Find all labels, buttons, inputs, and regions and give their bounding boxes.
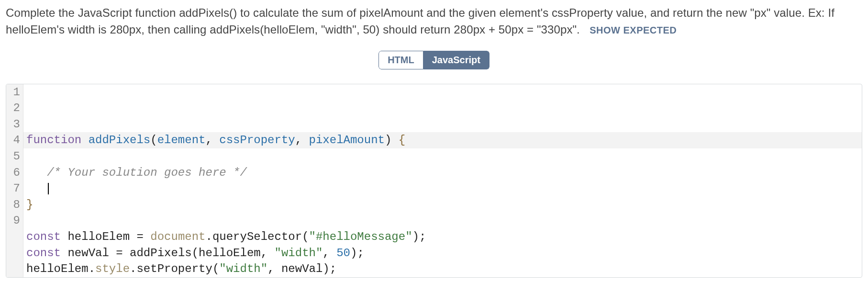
- line-number: 3: [6, 116, 20, 133]
- tab-html[interactable]: HTML: [378, 51, 423, 69]
- line-number: 7: [6, 181, 20, 197]
- text-cursor: [48, 183, 49, 194]
- code-editor[interactable]: 123456789 function addPixels(element, cs…: [6, 84, 862, 278]
- line-number: 5: [6, 148, 20, 165]
- line-number-gutter: 123456789: [6, 84, 23, 277]
- tab-group: HTML JavaScript: [378, 51, 490, 69]
- code-line[interactable]: [26, 181, 862, 197]
- tab-javascript[interactable]: JavaScript: [423, 51, 490, 69]
- line-number: 9: [6, 213, 20, 229]
- line-number: 6: [6, 165, 20, 181]
- line-number: 8: [6, 197, 20, 213]
- line-number: 2: [6, 100, 20, 116]
- code-area[interactable]: function addPixels(element, cssProperty,…: [23, 84, 862, 277]
- line-number: 1: [6, 84, 20, 101]
- code-line[interactable]: function addPixels(element, cssProperty,…: [26, 132, 862, 148]
- line-number: 4: [6, 132, 20, 148]
- code-line[interactable]: [26, 213, 862, 229]
- code-line[interactable]: helloElem.style.setProperty("width", new…: [26, 261, 862, 277]
- question-prompt: Complete the JavaScript function addPixe…: [6, 5, 862, 38]
- code-line[interactable]: const newVal = addPixels(helloElem, "wid…: [26, 245, 862, 261]
- code-line[interactable]: const helloElem = document.querySelector…: [26, 229, 862, 245]
- code-line[interactable]: /* Your solution goes here */: [26, 165, 862, 181]
- code-line[interactable]: }: [26, 197, 862, 213]
- show-expected-link[interactable]: Show expected: [590, 25, 677, 35]
- prompt-text: Complete the JavaScript function addPixe…: [6, 6, 835, 36]
- code-line[interactable]: [26, 148, 862, 165]
- tab-row: HTML JavaScript: [6, 51, 862, 69]
